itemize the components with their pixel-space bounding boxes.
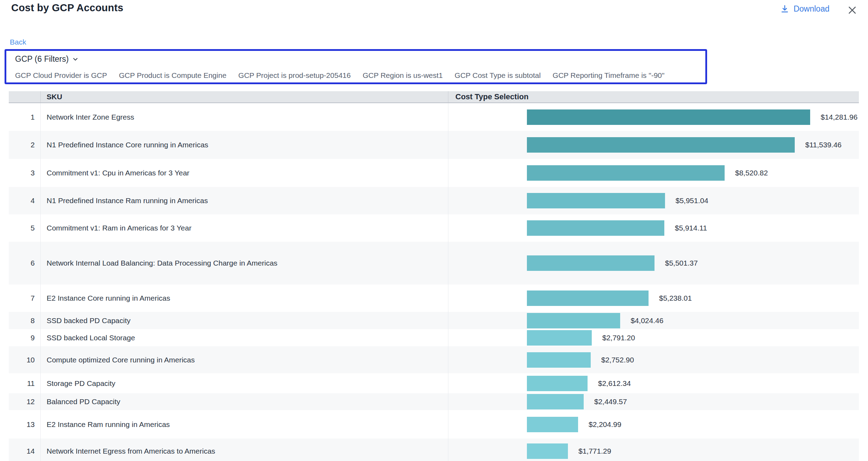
table-row[interactable]: 13E2 Instance Ram running in Americas$2,… xyxy=(9,410,859,439)
column-header-rank xyxy=(9,91,40,102)
cost-value-label: $8,520.82 xyxy=(735,169,768,177)
row-rank: 11 xyxy=(9,373,40,393)
table-row[interactable]: 12Balanced PD Capacity$2,449.57 xyxy=(9,393,859,410)
row-rank: 14 xyxy=(9,439,40,461)
cost-cell: $8,520.82 xyxy=(448,159,859,187)
filter-chip: GCP Cloud Provider is GCP xyxy=(15,71,107,80)
row-rank: 1 xyxy=(9,103,40,131)
filter-chip: GCP Cost Type is subtotal xyxy=(455,71,541,80)
sku-label: E2 Instance Core running in Americas xyxy=(40,285,448,312)
table-row[interactable]: 1Network Inter Zone Egress$14,281.96 xyxy=(9,103,859,131)
row-rank: 12 xyxy=(9,393,40,410)
cost-bar[interactable] xyxy=(527,255,655,271)
cost-value-label: $4,024.46 xyxy=(631,316,663,325)
cost-cell: $2,204.99 xyxy=(448,410,859,439)
table-row[interactable]: 8SSD backed PD Capacity$4,024.46 xyxy=(9,312,859,329)
table-body: 1Network Inter Zone Egress$14,281.962N1 … xyxy=(9,103,859,461)
row-rank: 3 xyxy=(9,159,40,187)
filter-dropdown[interactable]: GCP (6 Filters) xyxy=(15,54,79,64)
cost-value-label: $2,791.20 xyxy=(602,334,635,342)
close-icon[interactable] xyxy=(846,4,858,16)
cost-bar[interactable] xyxy=(527,443,568,459)
sku-label: SSD backed Local Storage xyxy=(40,329,448,346)
cost-cell: $11,539.46 xyxy=(448,131,859,159)
sku-label: N1 Predefined Instance Ram running in Am… xyxy=(40,187,448,214)
cost-cell: $2,612.34 xyxy=(448,373,859,393)
cost-bar[interactable] xyxy=(527,352,591,368)
cost-bar[interactable] xyxy=(527,109,810,125)
cost-value-label: $5,238.01 xyxy=(659,294,692,302)
cost-bar[interactable] xyxy=(527,417,578,432)
cost-bar[interactable] xyxy=(527,165,725,181)
back-link[interactable]: Back xyxy=(10,38,26,46)
row-rank: 13 xyxy=(9,410,40,439)
cost-cell: $5,951.04 xyxy=(448,187,859,214)
filter-chip: GCP Reporting Timeframe is "-90" xyxy=(552,71,664,80)
table-row[interactable]: 4N1 Predefined Instance Ram running in A… xyxy=(9,187,859,214)
filter-chip: GCP Project is prod-setup-205416 xyxy=(238,71,351,80)
column-header-cost-type-selection[interactable]: Cost Type Selection xyxy=(448,91,859,102)
row-rank: 4 xyxy=(9,187,40,214)
page-title: Cost by GCP Accounts xyxy=(11,2,123,14)
cost-bar[interactable] xyxy=(527,330,592,346)
download-label: Download xyxy=(794,4,829,14)
table-row[interactable]: 10Compute optimized Core running in Amer… xyxy=(9,346,859,373)
chevron-down-icon xyxy=(72,56,79,63)
sku-label: N1 Predefined Instance Core running in A… xyxy=(40,131,448,159)
sku-label: Network Internet Egress from Americas to… xyxy=(40,439,448,461)
column-header-sku[interactable]: SKU xyxy=(40,91,448,102)
cost-value-label: $5,951.04 xyxy=(676,196,708,205)
table-row[interactable]: 11Storage PD Capacity$2,612.34 xyxy=(9,373,859,393)
cost-cell: $5,501.37 xyxy=(448,242,859,285)
row-rank: 2 xyxy=(9,131,40,159)
cost-bar[interactable] xyxy=(527,290,649,306)
cost-by-gcp-accounts-panel: Cost by GCP Accounts Download Back GCP (… xyxy=(0,0,868,461)
cost-cell: $2,449.57 xyxy=(448,393,859,410)
cost-value-label: $5,501.37 xyxy=(665,259,698,267)
filter-chip: GCP Product is Compute Engine xyxy=(119,71,226,80)
row-rank: 10 xyxy=(9,346,40,373)
cost-bar[interactable] xyxy=(527,376,588,391)
row-rank: 9 xyxy=(9,329,40,346)
sku-label: Network Internal Load Balancing: Data Pr… xyxy=(40,242,448,285)
table-row[interactable]: 14Network Internet Egress from Americas … xyxy=(9,439,859,461)
table-row[interactable]: 2N1 Predefined Instance Core running in … xyxy=(9,131,859,159)
table-row[interactable]: 9SSD backed Local Storage$2,791.20 xyxy=(9,329,859,346)
row-rank: 8 xyxy=(9,312,40,329)
cost-cell: $4,024.46 xyxy=(448,312,859,329)
filter-summary-label: GCP (6 Filters) xyxy=(15,54,69,64)
download-icon xyxy=(780,4,789,14)
cost-cell: $2,791.20 xyxy=(448,329,859,346)
row-rank: 5 xyxy=(9,214,40,242)
applied-filters-list: GCP Cloud Provider is GCPGCP Product is … xyxy=(15,71,664,80)
cost-table: SKU Cost Type Selection 1Network Inter Z… xyxy=(9,91,859,461)
sku-label: Commitment v1: Cpu in Americas for 3 Yea… xyxy=(40,159,448,187)
cost-value-label: $2,612.34 xyxy=(598,379,631,388)
cost-bar[interactable] xyxy=(527,220,664,236)
cost-cell: $2,752.90 xyxy=(448,346,859,373)
cost-bar[interactable] xyxy=(527,394,584,409)
cost-value-label: $2,204.99 xyxy=(589,420,621,429)
filter-panel: GCP (6 Filters) GCP Cloud Provider is GC… xyxy=(5,49,707,84)
cost-bar[interactable] xyxy=(527,193,665,208)
cost-value-label: $1,771.29 xyxy=(578,447,611,455)
table-row[interactable]: 6Network Internal Load Balancing: Data P… xyxy=(9,242,859,285)
download-button[interactable]: Download xyxy=(780,4,829,14)
cost-value-label: $2,752.90 xyxy=(601,356,634,364)
sku-label: Storage PD Capacity xyxy=(40,373,448,393)
cost-value-label: $14,281.96 xyxy=(821,113,857,121)
sku-label: Balanced PD Capacity xyxy=(40,393,448,410)
cost-value-label: $2,449.57 xyxy=(594,397,627,406)
table-row[interactable]: 7E2 Instance Core running in Americas$5,… xyxy=(9,285,859,312)
table-row[interactable]: 3Commitment v1: Cpu in Americas for 3 Ye… xyxy=(9,159,859,187)
cost-bar[interactable] xyxy=(527,137,795,153)
table-row[interactable]: 5Commitment v1: Ram in Americas for 3 Ye… xyxy=(9,214,859,242)
cost-value-label: $5,914.11 xyxy=(675,224,707,232)
filter-chip: GCP Region is us-west1 xyxy=(362,71,442,80)
cost-value-label: $11,539.46 xyxy=(805,141,842,149)
cost-bar[interactable] xyxy=(527,313,620,328)
row-rank: 7 xyxy=(9,285,40,312)
cost-cell: $5,914.11 xyxy=(448,214,859,242)
sku-label: SSD backed PD Capacity xyxy=(40,312,448,329)
cost-cell: $1,771.29 xyxy=(448,439,859,461)
